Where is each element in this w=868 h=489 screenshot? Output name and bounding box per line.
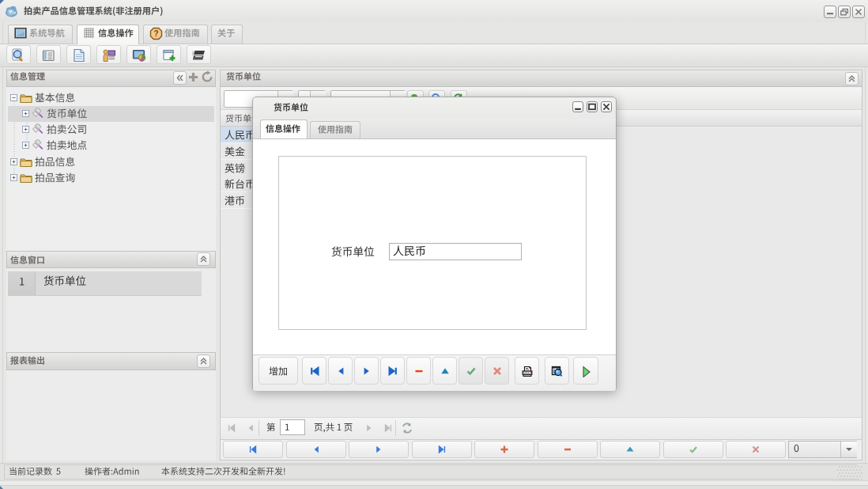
svg-text:?: ? [153, 29, 158, 38]
